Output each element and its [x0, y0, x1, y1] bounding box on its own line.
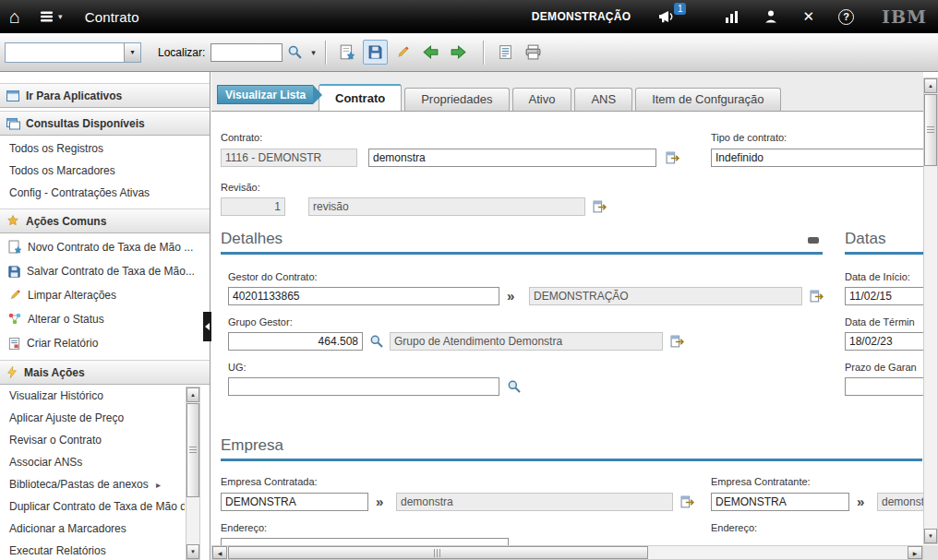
manager-detail-menu-icon[interactable]: [810, 289, 824, 304]
more-action-executar-relatorios[interactable]: Executar Relatórios: [0, 540, 185, 560]
view-list-label: Visualizar Lista: [225, 89, 306, 101]
address-input[interactable]: [221, 538, 509, 545]
vertical-scrollbar[interactable]: ▲ ▼: [923, 77, 938, 544]
scrollbar-thumb[interactable]: [186, 403, 199, 497]
start-date-input[interactable]: [845, 287, 923, 305]
goto-chevron-icon[interactable]: »: [507, 287, 514, 305]
query-item-todos-registros[interactable]: Todos os Registros: [0, 137, 210, 160]
goto-menu-button[interactable]: ▾: [39, 10, 63, 23]
action-change-status[interactable]: Alterar o Status: [0, 307, 210, 331]
menu-stack-icon: [39, 10, 55, 23]
scroll-left-button[interactable]: ◀: [212, 546, 227, 559]
toolbar-separator: [483, 41, 484, 65]
combobox-dropdown-button[interactable]: ▾: [124, 43, 140, 62]
reports-chart-button[interactable]: [725, 10, 740, 23]
find-input[interactable]: [210, 43, 283, 62]
contractor-company-input[interactable]: [711, 493, 849, 511]
tab-propriedades[interactable]: Propriedades: [404, 88, 509, 111]
action-clear-changes[interactable]: Limpar Alterações: [0, 283, 210, 307]
environment-label: DEMONSTRAÇÃO: [532, 10, 631, 23]
view-list-button[interactable]: Visualizar Lista: [217, 85, 313, 104]
sidebar-scrollbar[interactable]: ▲ ▼: [186, 387, 200, 560]
sidebar-more-actions-header[interactable]: Mais Ações: [0, 360, 210, 385]
horizontal-scrollbar[interactable]: ◀ ▶: [211, 545, 923, 560]
ug-input[interactable]: [228, 377, 499, 396]
query-combobox-input[interactable]: [6, 43, 124, 62]
more-action-revisar-contrato[interactable]: Revisar o Contrato: [0, 429, 185, 451]
details-section-header: Detalhes: [221, 230, 823, 255]
more-actions-region: Visualizar Histórico Aplicar Ajuste de P…: [0, 385, 210, 560]
more-actions-list: Visualizar Histórico Aplicar Ajuste de P…: [0, 385, 185, 560]
scroll-down-button[interactable]: ▼: [924, 529, 937, 543]
more-action-biblioteca-anexos[interactable]: Biblioteca/Pastas de anexos ▸: [0, 473, 185, 495]
profile-button[interactable]: [764, 9, 778, 24]
more-action-aplicar-ajuste[interactable]: Aplicar Ajuste de Preço: [0, 407, 185, 429]
revision-detail-menu-icon[interactable]: [593, 199, 607, 214]
save-icon: [367, 44, 383, 60]
next-record-button[interactable]: [446, 40, 471, 65]
contract-type-input[interactable]: [711, 149, 923, 167]
contract-description-input[interactable]: [368, 149, 656, 167]
report-list-button[interactable]: [493, 40, 518, 65]
query-item-config-contratacoes[interactable]: Config - Contratações Ativas: [0, 182, 210, 204]
action-label: Salvar Contrato de Taxa de Mão...: [27, 265, 195, 278]
help-icon[interactable]: ?: [838, 9, 854, 25]
print-button[interactable]: [521, 40, 546, 65]
sidebar-collapse-handle[interactable]: [203, 312, 211, 341]
more-action-duplicar-contrato[interactable]: Duplicar Contrato de Taxa de Mão de ...: [0, 495, 185, 518]
report-icon: [7, 337, 21, 351]
scroll-right-button[interactable]: ▶: [908, 546, 922, 559]
more-action-visualizar-historico[interactable]: Visualizar Histórico: [0, 385, 185, 407]
group-detail-menu-icon[interactable]: [670, 334, 685, 349]
scroll-up-button[interactable]: ▲: [924, 78, 937, 93]
scrollbar-thumb[interactable]: [228, 546, 648, 559]
sidebar-queries-label: Consultas Disponíveis: [26, 117, 145, 130]
end-date-input[interactable]: [845, 332, 923, 351]
contract-detail-menu-icon[interactable]: [666, 150, 680, 165]
tab-ans[interactable]: ANS: [574, 88, 632, 111]
scrollbar-thumb[interactable]: [924, 94, 937, 166]
announcements-button[interactable]: 1: [658, 9, 677, 24]
minimize-section-icon[interactable]: [808, 237, 819, 244]
tab-contrato[interactable]: Contrato: [319, 84, 402, 111]
query-combobox[interactable]: ▾: [5, 42, 141, 63]
ibm-logo: IBM: [882, 6, 927, 27]
warranty-input[interactable]: [845, 377, 923, 396]
manager-input[interactable]: [228, 287, 499, 305]
new-record-icon: [7, 240, 22, 255]
contract-id-field: 1116 - DEMONSTR: [221, 149, 357, 167]
goto-chevron-icon[interactable]: »: [376, 493, 383, 511]
sidebar-queries-header[interactable]: Consultas Disponíveis: [0, 111, 210, 136]
search-options-caret-icon[interactable]: ▾: [311, 48, 316, 57]
more-action-associar-anss[interactable]: Associar ANSs: [0, 451, 185, 473]
warranty-label: Prazo de Garan: [845, 362, 917, 373]
save-button[interactable]: [363, 40, 388, 65]
action-create-report[interactable]: Criar Relatório: [0, 331, 210, 355]
ug-search-icon[interactable]: [507, 379, 522, 394]
end-date-label: Data de Términ: [845, 316, 915, 328]
sidebar-common-actions-header[interactable]: Ações Comuns: [0, 209, 210, 233]
home-icon[interactable]: ⌂: [9, 7, 20, 26]
signout-icon[interactable]: ✕: [802, 8, 814, 25]
scroll-down-button[interactable]: ▼: [186, 544, 199, 559]
search-button[interactable]: [283, 40, 307, 65]
more-action-adicionar-marcadores[interactable]: Adicionar a Marcadores: [0, 518, 185, 540]
contracted-detail-menu-icon[interactable]: [680, 494, 695, 509]
contracted-company-input[interactable]: [221, 493, 368, 511]
action-save-contract[interactable]: Salvar Contrato de Taxa de Mão...: [0, 259, 210, 283]
query-item-todos-marcadores[interactable]: Todos os Marcadores: [0, 160, 210, 182]
manager-group-input[interactable]: [228, 332, 363, 351]
tab-ativo[interactable]: Ativo: [512, 88, 572, 111]
group-search-icon[interactable]: [369, 334, 384, 349]
tab-strip: Contrato Propriedades Ativo ANS Item de …: [319, 84, 784, 111]
goto-chevron-icon[interactable]: »: [857, 493, 864, 511]
scroll-up-button[interactable]: ▲: [186, 387, 199, 402]
clear-changes-button[interactable]: [391, 40, 415, 65]
tab-item-configuracao[interactable]: Item de Confguração: [635, 88, 780, 111]
sidebar-goto-header[interactable]: Ir Para Aplicativos: [0, 83, 210, 108]
sidebar: Ir Para Aplicativos Consultas Disponívei…: [0, 72, 210, 560]
sidebar-common-actions-label: Ações Comuns: [26, 215, 106, 228]
previous-record-button[interactable]: [418, 40, 443, 65]
action-new-contract[interactable]: Novo Contrato de Taxa de Mão ...: [0, 235, 210, 259]
new-record-button[interactable]: [335, 40, 360, 65]
